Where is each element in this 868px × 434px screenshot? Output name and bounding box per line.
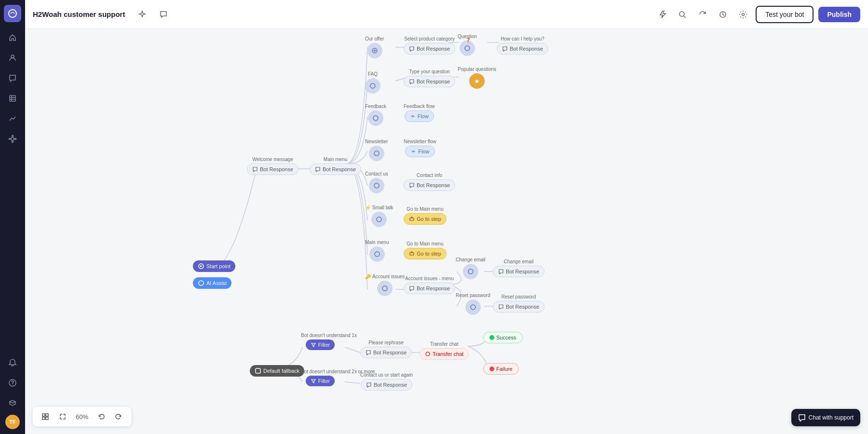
svg-point-31	[468, 269, 473, 274]
please-rephrase-chip[interactable]: Bot Response	[360, 347, 412, 358]
newsletter-flow-chip[interactable]: Flow	[405, 146, 434, 157]
chat-support-button[interactable]: Chat with support	[791, 409, 860, 426]
account-issues-menu-chip[interactable]: Bot Response	[404, 283, 455, 294]
select-product-chip[interactable]: Bot Response	[404, 43, 455, 54]
contact-restart-chip[interactable]: Bot Response	[361, 379, 412, 391]
contact-us-node[interactable]: Contact us	[365, 171, 388, 193]
welcome-message-node[interactable]: Welcome message Bot Response	[247, 157, 298, 175]
how-can-help-chip[interactable]: Bot Response	[497, 43, 548, 54]
small-talk-node[interactable]: ⚡ Small talk	[365, 205, 393, 227]
popular-questions-node[interactable]: Popular questions	[458, 67, 496, 89]
bot-understand-2-chip[interactable]: Filter	[306, 376, 335, 386]
how-can-help-node[interactable]: How can I help you? Bot Response	[497, 36, 548, 54]
flow-canvas[interactable]: Start point AI Assist Welcome message Bo…	[25, 29, 868, 434]
refresh-button[interactable]	[695, 7, 710, 22]
redo-button[interactable]	[112, 410, 125, 423]
main-menu-2-node[interactable]: Main menu	[365, 240, 389, 262]
feedback-label: Feedback	[365, 104, 386, 109]
reset-password-resp-label: Reset password	[502, 294, 536, 299]
reset-password-label: Reset password	[456, 293, 490, 298]
svg-point-22	[370, 83, 375, 88]
select-product-node[interactable]: Select product category Bot Response	[404, 36, 455, 54]
go-to-main-1-node[interactable]: Go to Main menu Go to step	[404, 206, 447, 225]
settings-button[interactable]	[735, 7, 751, 22]
feedback-flow-node[interactable]: Feedback flow Flow	[404, 104, 434, 122]
sidebar-item-home[interactable]	[4, 29, 21, 46]
default-fallback-node[interactable]: Default fallback	[250, 365, 304, 377]
go-to-main-2-label: Go to Main menu	[407, 241, 444, 246]
account-issues-label: 🔑 Account issues	[365, 274, 405, 279]
question-node[interactable]: Question ❓	[458, 34, 477, 56]
go-to-main-2-chip[interactable]: Go to step	[404, 248, 447, 259]
reset-password-resp-chip[interactable]: Bot Response	[493, 301, 544, 312]
success-node[interactable]: Success	[483, 332, 523, 343]
main-menu-label: Main menu	[324, 157, 347, 162]
feedback-flow-chip[interactable]: Flow	[405, 110, 434, 122]
sidebar-item-chat[interactable]	[4, 69, 21, 87]
go-to-main-2-node[interactable]: Go to Main menu Go to step	[404, 241, 447, 259]
go-to-main-1-chip[interactable]: Go to step	[404, 213, 447, 225]
expand-button[interactable]	[56, 410, 69, 423]
user-avatar[interactable]: TF	[5, 415, 20, 429]
sidebar-item-data[interactable]	[4, 90, 21, 107]
sidebar-item-help[interactable]	[4, 374, 21, 392]
sidebar-item-integrations[interactable]	[4, 130, 21, 148]
transfer-chat-label: Transfer chat	[430, 341, 459, 347]
sidebar-item-users[interactable]	[4, 49, 21, 67]
sidebar-item-analytics[interactable]	[4, 110, 21, 127]
reset-password-node[interactable]: Reset password	[456, 293, 490, 315]
svg-point-34	[426, 352, 430, 356]
sidebar-item-notifications[interactable]	[4, 354, 21, 371]
history-button[interactable]	[715, 7, 731, 22]
bot-understand-1-node[interactable]: Bot doesn't understand 1x Filter	[301, 333, 339, 350]
lightning-button[interactable]	[654, 7, 670, 22]
bot-understand-2-node[interactable]: Bot doesn't understand 2x or more Filter	[301, 369, 339, 386]
start-point-chip[interactable]: Start point	[193, 260, 235, 272]
default-fallback-chip[interactable]: Default fallback	[250, 365, 304, 377]
chat-icon-button[interactable]	[156, 7, 171, 22]
magic-button[interactable]	[135, 7, 150, 22]
svg-point-12	[12, 384, 13, 385]
bot-understand-1-chip[interactable]: Filter	[306, 339, 335, 350]
failure-node[interactable]: Failure	[483, 363, 519, 375]
contact-info-node[interactable]: Contact info Bot Response	[404, 173, 455, 191]
transfer-chat-node[interactable]: Transfer chat Transfer chat	[420, 341, 469, 360]
main-menu-chip[interactable]: Bot Response	[310, 163, 361, 175]
main-menu-node[interactable]: Main menu Bot Response	[310, 157, 361, 175]
account-issues-menu-node[interactable]: Account issues - menu Bot Response	[404, 276, 455, 294]
please-rephrase-node[interactable]: Please rephrase Bot Response	[360, 340, 412, 358]
faq-node[interactable]: FAQ	[365, 71, 380, 94]
change-email-resp-node[interactable]: Change email Bot Response	[493, 259, 544, 277]
success-chip[interactable]: Success	[483, 332, 523, 343]
ai-assist-node[interactable]: AI Assist	[193, 277, 231, 289]
contact-restart-node[interactable]: Contact us or start again Bot Response	[360, 372, 413, 391]
popular-questions-icon[interactable]	[469, 73, 485, 89]
failure-chip[interactable]: Failure	[483, 363, 519, 375]
contact-info-chip[interactable]: Bot Response	[404, 179, 455, 191]
question-icon[interactable]: ❓	[460, 41, 475, 56]
svg-rect-27	[410, 218, 414, 220]
change-email-resp-chip[interactable]: Bot Response	[493, 266, 544, 277]
feedback-node[interactable]: Feedback	[365, 104, 386, 126]
search-button[interactable]	[675, 7, 690, 22]
sidebar-item-learn[interactable]	[4, 394, 21, 412]
zoom-level: 60%	[73, 413, 91, 420]
newsletter-flow-node[interactable]: Newsletter flow Flow	[404, 139, 436, 157]
newsletter-node[interactable]: Newsletter	[365, 139, 388, 161]
welcome-message-chip[interactable]: Bot Response	[247, 163, 298, 175]
change-email-node[interactable]: Change email	[456, 257, 486, 279]
fit-view-button[interactable]	[39, 410, 52, 423]
test-bot-button[interactable]: Test your bot	[756, 6, 814, 23]
reset-password-resp-node[interactable]: Reset password Bot Response	[493, 294, 544, 312]
ai-assist-chip[interactable]: AI Assist	[193, 277, 231, 289]
undo-button[interactable]	[95, 410, 108, 423]
transfer-chat-chip[interactable]: Transfer chat	[420, 348, 469, 360]
account-issues-node[interactable]: 🔑 Account issues	[365, 274, 405, 296]
publish-button[interactable]: Publish	[818, 7, 860, 22]
contact-us-label: Contact us	[365, 171, 388, 176]
type-question-chip[interactable]: Bot Response	[404, 76, 455, 87]
our-offer-node[interactable]: Our offer	[365, 36, 384, 58]
start-point-node[interactable]: Start point	[193, 260, 235, 272]
welcome-message-label: Welcome message	[252, 157, 293, 162]
type-question-node[interactable]: Type your question Bot Response	[404, 69, 455, 87]
